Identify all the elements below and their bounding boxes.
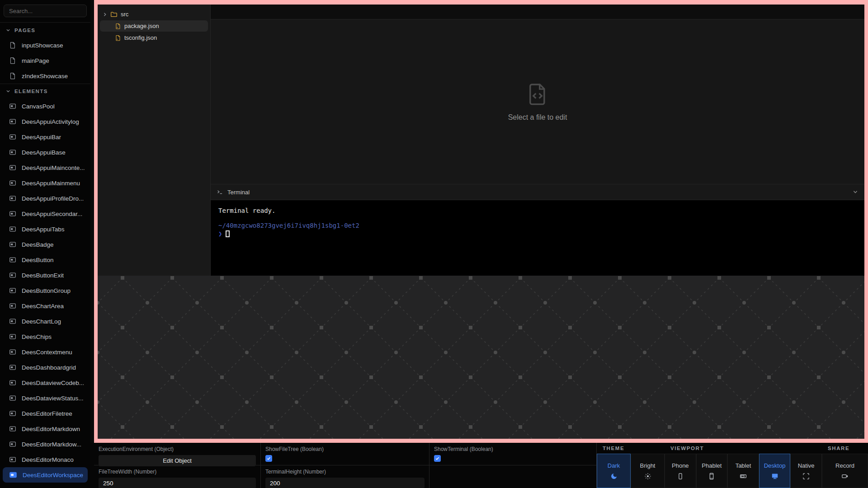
sidebar-item-deeschartarea[interactable]: DeesChartArea <box>0 298 90 314</box>
filetreewidth-input[interactable] <box>99 478 256 488</box>
viewport-desktop-button[interactable]: Desktop <box>759 454 791 488</box>
element-icon <box>9 410 16 417</box>
demo-highlight-frame: src package.json tsconfig.json <box>94 0 868 443</box>
sidebar-item-deeseditormarkdownoutlet[interactable]: DeesEditorMarkdow... <box>0 436 90 452</box>
viewport-phablet-button[interactable]: Phablet <box>696 454 728 488</box>
tree-item-tsconfig-json[interactable]: tsconfig.json <box>100 32 208 43</box>
tree-item-package-json[interactable]: package.json <box>100 20 208 32</box>
terminal-icon <box>217 189 223 195</box>
terminal-output[interactable]: Terminal ready. ~/40mzgcwo8273gvej6i7ivq… <box>211 200 864 276</box>
element-icon-selected <box>9 471 17 479</box>
share-record-button[interactable]: Record <box>822 454 868 488</box>
showfiletree-checkbox[interactable] <box>265 455 272 462</box>
viewport-native-button[interactable]: Native <box>790 454 822 488</box>
prop-label: ShowTerminal (Boolean) <box>434 446 592 452</box>
button-label: Record <box>835 462 854 469</box>
sidebar-item-deesappuibase[interactable]: DeesAppuiBase <box>0 145 90 160</box>
sidebar-item-inputshowcase[interactable]: inputShowcase <box>0 38 90 53</box>
viewport-tablet-button[interactable]: Tablet <box>727 454 759 488</box>
chevron-down-icon <box>6 28 10 33</box>
sidebar-item-deesbadge[interactable]: DeesBadge <box>0 237 90 252</box>
sidebar-item-deeschips[interactable]: DeesChips <box>0 329 90 344</box>
terminal-header: Terminal <box>211 184 864 200</box>
demo-canvas: src package.json tsconfig.json <box>98 5 864 439</box>
folder-icon <box>110 11 118 18</box>
theme-heading: THEME <box>597 443 665 454</box>
theme-dark-button[interactable]: Dark <box>597 454 631 488</box>
edit-object-button[interactable]: Edit Object <box>99 455 256 466</box>
element-icon <box>9 272 16 279</box>
element-icon <box>9 364 16 371</box>
sun-icon <box>644 473 651 480</box>
theme-section: THEME Dark Bright <box>597 443 665 488</box>
button-label: Phone <box>672 462 689 469</box>
sidebar-item-deesdataviewcodebox[interactable]: DeesDataviewCodeb... <box>0 375 90 390</box>
sidebar-item-mainpage[interactable]: mainPage <box>0 53 90 68</box>
element-icon <box>9 333 16 340</box>
editor-column: Select a file to edit Terminal Terminal … <box>211 5 864 276</box>
sidebar-item-deesappuiprofiledropdown[interactable]: DeesAppuiProfileDro... <box>0 191 90 206</box>
sidebar-item-deescontextmenu[interactable]: DeesContextmenu <box>0 344 90 360</box>
section-header-elements[interactable]: ELEMENTS <box>0 84 90 99</box>
sidebar-item-deesdataviewstatus[interactable]: DeesDataviewStatus... <box>0 390 90 406</box>
prop-executionenvironment: ExecutionEnvironment (Object) Edit Objec… <box>94 443 260 465</box>
sidebar-item-deesbuttongroup[interactable]: DeesButtonGroup <box>0 283 90 298</box>
element-icon <box>9 210 16 217</box>
terminal-cwd-line: ~/40mzgcwo8273gvej6i7ivq8hj1sbg1-0et2 <box>218 222 857 230</box>
terminal-title: Terminal <box>227 189 250 196</box>
sidebar-item-deesbutton[interactable]: DeesButton <box>0 252 90 267</box>
section-header-pages[interactable]: PAGES <box>0 23 90 38</box>
phablet-icon <box>708 473 715 480</box>
viewport-buttons: Phone Phablet Tablet Desktop Native <box>665 454 822 488</box>
element-icon <box>9 103 16 110</box>
moon-icon <box>610 473 618 480</box>
theme-bright-button[interactable]: Bright <box>631 454 665 488</box>
chevron-down-icon[interactable] <box>853 189 858 195</box>
sidebar-item-deesappuiactivitylog[interactable]: DeesAppuiActivitylog <box>0 114 90 129</box>
phone-icon <box>677 473 684 480</box>
terminalheight-input[interactable] <box>265 478 425 488</box>
button-label: Dark <box>608 462 620 469</box>
element-icon <box>9 456 16 463</box>
chevron-down-icon <box>6 89 10 94</box>
element-icon <box>9 256 16 263</box>
sidebar-item-deesappuimainmenu[interactable]: DeesAppuiMainmenu <box>0 175 90 191</box>
theme-buttons: Dark Bright <box>597 454 665 488</box>
file-tree-panel: src package.json tsconfig.json <box>98 5 211 276</box>
sidebar-item-deeseditorworkspace[interactable]: DeesEditorWorkspace <box>3 467 88 483</box>
prop-terminalheight: TerminalHeight (Number) <box>261 465 429 488</box>
button-label: Bright <box>640 462 656 469</box>
button-label: Tablet <box>736 462 751 469</box>
sidebar-item-deesdashboardgrid[interactable]: DeesDashboardgrid <box>0 360 90 375</box>
document-icon <box>9 42 16 49</box>
check-icon <box>435 456 440 461</box>
sidebar-item-deesappuisecondarymenu[interactable]: DeesAppuiSecondar... <box>0 206 90 221</box>
prop-empty-cell <box>429 465 596 488</box>
sidebar-item-deeschartlog[interactable]: DeesChartLog <box>0 314 90 329</box>
viewport-phone-button[interactable]: Phone <box>665 454 696 488</box>
sidebar-item-zindexshowcase[interactable]: zIndexShowcase <box>0 68 90 84</box>
sidebar-item-deeseditormonaco[interactable]: DeesEditorMonaco <box>0 452 90 467</box>
section-label: PAGES <box>14 28 35 33</box>
element-icon <box>9 179 16 187</box>
sidebar-item-canvaspool[interactable]: CanvasPool <box>0 99 90 114</box>
empty-state-message: Select a file to edit <box>508 113 567 122</box>
showterminal-checkbox[interactable] <box>434 455 441 462</box>
document-icon <box>9 72 16 80</box>
prop-showterminal: ShowTerminal (Boolean) <box>429 443 596 465</box>
properties-panel: ExecutionEnvironment (Object) Edit Objec… <box>90 443 868 488</box>
search-input[interactable] <box>4 5 87 17</box>
tree-item-src-folder[interactable]: src <box>98 9 210 20</box>
sidebar-item-deesappuibar[interactable]: DeesAppuiBar <box>0 129 90 145</box>
element-icon <box>9 164 16 171</box>
terminal-cursor <box>226 230 230 237</box>
sidebar-item-deesappuimaincontent[interactable]: DeesAppuiMainconte... <box>0 160 90 175</box>
viewport-heading: VIEWPORT <box>665 443 822 454</box>
sidebar-item-deesbuttonexit[interactable]: DeesButtonExit <box>0 267 90 283</box>
check-icon <box>266 456 271 461</box>
sidebar-item-deeseditorfiletree[interactable]: DeesEditorFiletree <box>0 406 90 421</box>
element-icon <box>9 318 16 325</box>
sidebar-item-deeseditormarkdown[interactable]: DeesEditorMarkdown <box>0 421 90 436</box>
prop-column-3: ShowTerminal (Boolean) <box>429 443 597 488</box>
sidebar-item-deesappuitabs[interactable]: DeesAppuiTabs <box>0 221 90 237</box>
